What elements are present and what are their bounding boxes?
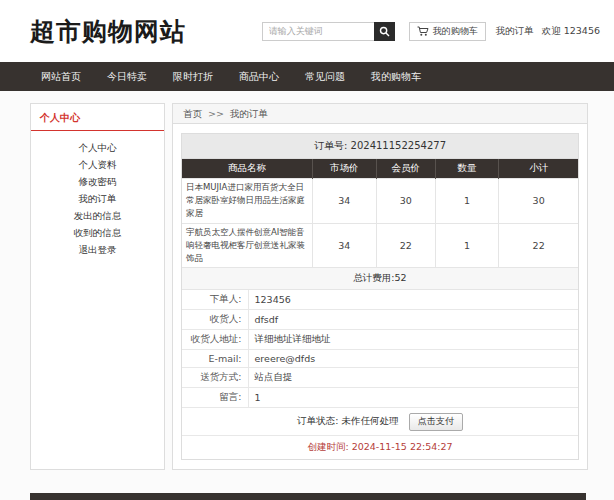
product-name: 宇航员太空人摆件创意AI智能音响轻奢电视柜客厅创意送礼家装饰品 [182,223,313,268]
col-header-market-price: 市场价 [313,159,376,179]
order-detail-box: 订单号: 202411152254277 商品名称 市场价 会员价 数量 小计 [181,133,579,460]
product-name: 日本MUJIA进口家用百货大全日常居家卧室好物日用品生活家庭家居 [182,179,313,224]
table-row: 日本MUJIA进口家用百货大全日常居家卧室好物日用品生活家庭家居 34 30 1… [182,179,578,224]
field-value: ereere@dfds [248,350,578,368]
sidebar-title: 个人中心 [31,104,164,131]
info-row-address: 收货人地址: 详细地址详细地址 [182,330,578,350]
goods-table: 商品名称 市场价 会员价 数量 小计 日本MUJIA进口家用百货大全日常居家卧室… [182,159,578,268]
sidebar-item-logout[interactable]: 退出登录 [31,241,164,258]
field-value: 站点自提 [248,368,578,388]
field-value: dfsdf [248,310,578,330]
order-total: 总计费用:52 [182,268,578,290]
order-number-row: 订单号: 202411152254277 [182,134,578,159]
page-footer: 系统名称: 超市购物网站 电话: 000-000000000 [30,493,586,500]
col-header-quantity: 数量 [435,159,498,179]
sidebar-item-my-orders[interactable]: 我的订单 [31,190,164,207]
field-label: 留言: [182,388,248,408]
order-status-row: 订单状态: 未作任何处理 点击支付 [182,408,578,436]
sidebar-list: 个人中心 个人资料 修改密码 我的订单 发出的信息 收到的信息 退出登录 [31,131,164,258]
search-button[interactable] [374,22,395,41]
cart-icon [417,26,429,37]
subtotal: 30 [499,179,578,224]
breadcrumb-separator: >> [208,108,224,119]
field-label: 下单人: [182,290,248,310]
market-price: 34 [313,223,376,268]
subtotal: 22 [499,223,578,268]
info-row-buyer: 下单人: 123456 [182,290,578,310]
site-title: 超市购物网站 [30,15,186,48]
nav-item-limited-discount[interactable]: 限时打折 [160,62,226,91]
nav-item-my-cart[interactable]: 我的购物车 [358,62,434,91]
nav-item-product-center[interactable]: 商品中心 [226,62,292,91]
main-panel: 首页 >> 我的订单 订单号: 202411152254277 商品名称 市场价… [172,103,588,470]
breadcrumb-home-link[interactable]: 首页 [183,108,202,119]
my-cart-label: 我的购物车 [433,25,478,38]
created-time-value: 2024-11-15 22:54:27 [352,441,453,452]
search-icon [379,26,390,37]
info-row-email: E-mail: ereere@dfds [182,350,578,368]
field-label: 收货人地址: [182,330,248,350]
nav-item-home[interactable]: 网站首页 [28,62,94,91]
order-status-label: 订单状态: [297,415,338,426]
member-price: 30 [376,179,435,224]
nav-item-today-deals[interactable]: 今日特卖 [94,62,160,91]
field-label: 收货人: [182,310,248,330]
table-row: 宇航员太空人摆件创意AI智能音响轻奢电视柜客厅创意送礼家装饰品 34 22 1 … [182,223,578,268]
field-label: E-mail: [182,350,248,368]
field-value: 123456 [248,290,578,310]
created-time-label: 创建时间: [307,441,348,452]
sidebar-item-received-messages[interactable]: 收到的信息 [31,224,164,241]
welcome-text: 欢迎 123456 [542,25,600,38]
sidebar-item-personal-center[interactable]: 个人中心 [31,139,164,156]
order-number-value: 202411152254277 [351,140,446,151]
quantity: 1 [435,179,498,224]
col-header-member-price: 会员价 [376,159,435,179]
sidebar: 个人中心 个人中心 个人资料 修改密码 我的订单 发出的信息 收到的信息 退出登… [30,103,165,470]
page-header: 超市购物网站 我的购物车 我的 [0,0,614,62]
search-input[interactable] [262,22,374,41]
my-cart-button[interactable]: 我的购物车 [409,22,486,41]
content-area: 个人中心 个人中心 个人资料 修改密码 我的订单 发出的信息 收到的信息 退出登… [30,103,588,470]
sidebar-item-profile[interactable]: 个人资料 [31,156,164,173]
breadcrumb: 首页 >> 我的订单 [173,104,587,124]
market-price: 34 [313,179,376,224]
info-row-delivery-method: 送货方式: 站点自提 [182,368,578,388]
nav-item-faq[interactable]: 常见问题 [292,62,358,91]
info-row-consignee: 收货人: dfsdf [182,310,578,330]
field-value: 详细地址详细地址 [248,330,578,350]
col-header-product-name: 商品名称 [182,159,313,179]
sidebar-item-change-password[interactable]: 修改密码 [31,173,164,190]
search-box [262,22,395,41]
field-value: 1 [248,388,578,408]
quantity: 1 [435,223,498,268]
order-number-label: 订单号: [314,140,347,151]
breadcrumb-current: 我的订单 [230,108,268,119]
order-info-table: 下单人: 123456 收货人: dfsdf 收货人地址: 详细地址详细地址 E… [182,290,578,408]
field-label: 送货方式: [182,368,248,388]
my-orders-link[interactable]: 我的订单 [496,25,534,38]
col-header-subtotal: 小计 [499,159,578,179]
main-nav: 网站首页 今日特卖 限时打折 商品中心 常见问题 我的购物车 [0,62,614,91]
info-row-message: 留言: 1 [182,388,578,408]
pay-button[interactable]: 点击支付 [409,413,463,431]
order-created-row: 创建时间: 2024-11-15 22:54:27 [182,436,578,459]
goods-table-header-row: 商品名称 市场价 会员价 数量 小计 [182,159,578,179]
sidebar-item-sent-messages[interactable]: 发出的信息 [31,207,164,224]
member-price: 22 [376,223,435,268]
header-right: 我的购物车 我的订单 欢迎 123456 [262,22,600,41]
order-status-value: 未作任何处理 [342,415,399,426]
